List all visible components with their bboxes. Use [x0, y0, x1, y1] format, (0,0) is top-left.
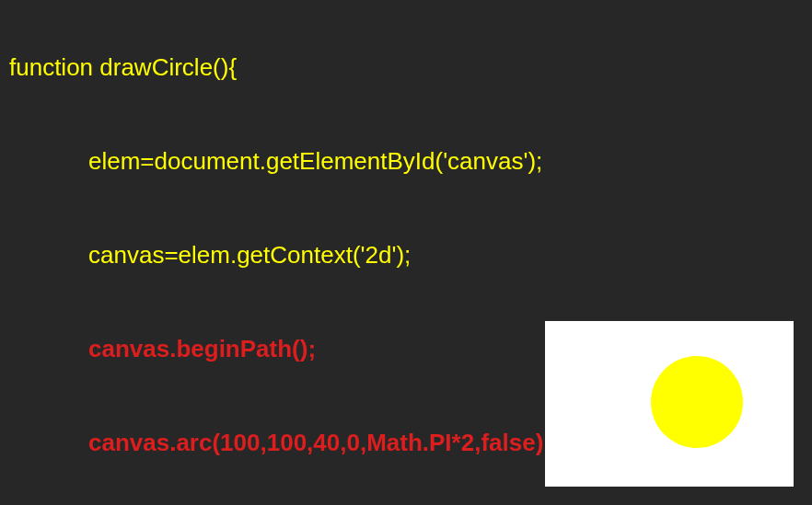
yellow-circle: [651, 356, 743, 448]
canvas-output: [545, 321, 794, 487]
code-line-3: canvas=elem.getContext('2d');: [9, 243, 803, 267]
code-line-1: function drawCircle(){: [9, 55, 803, 79]
code-line-2: elem=document.getElementById('canvas');: [9, 149, 803, 173]
